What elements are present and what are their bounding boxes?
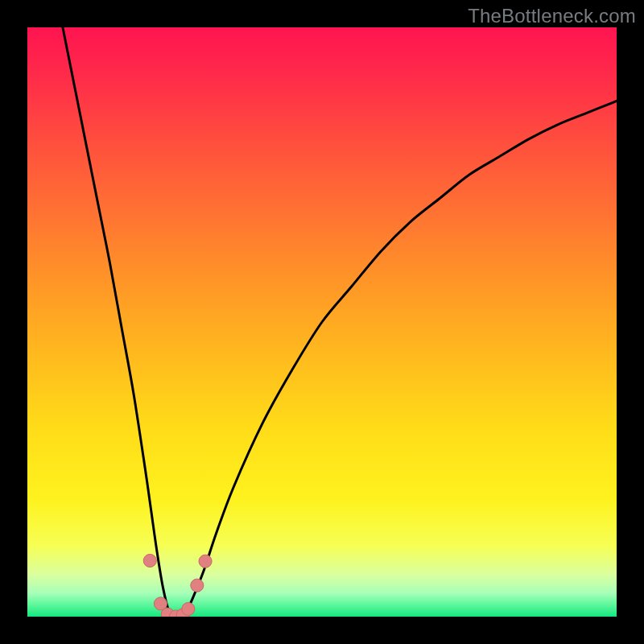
watermark-text: TheBottleneck.com <box>468 5 636 27</box>
chart-frame: TheBottleneck.com <box>0 0 644 644</box>
data-marker <box>182 602 195 615</box>
bottleneck-curve-svg <box>27 27 617 617</box>
plot-area <box>27 27 617 617</box>
data-marker <box>143 554 156 567</box>
data-markers <box>143 554 212 617</box>
data-marker <box>199 555 212 568</box>
bottleneck-curve <box>63 27 617 617</box>
data-marker <box>191 579 204 592</box>
